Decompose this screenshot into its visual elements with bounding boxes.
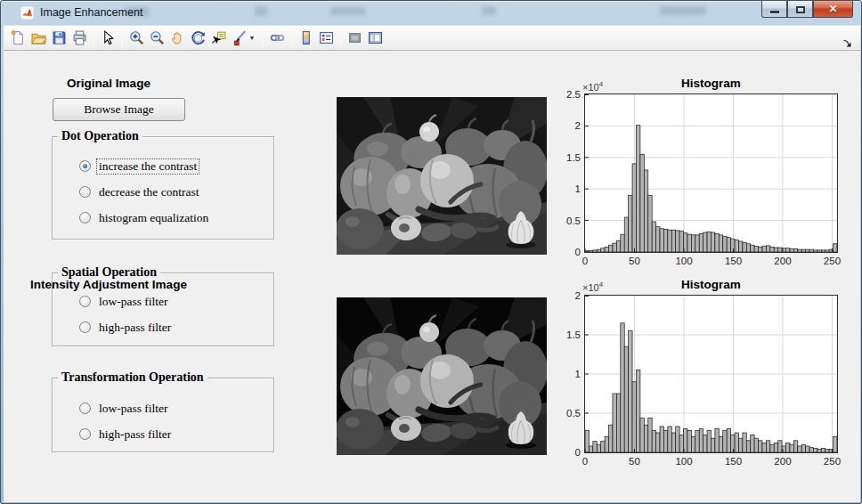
zoom-in-icon <box>129 30 144 45</box>
histogram-bar <box>821 250 825 252</box>
zoom-in-button[interactable] <box>126 28 147 48</box>
radio-button-icon[interactable] <box>79 296 91 307</box>
histogram-bar <box>727 429 730 452</box>
maximize-button[interactable] <box>787 1 813 18</box>
rotate-3d-button[interactable] <box>188 28 208 48</box>
toolbar-separator <box>94 29 94 47</box>
print-figure-button[interactable] <box>69 28 90 48</box>
y-tick-label: 1 <box>575 183 581 194</box>
x-tick-label: 250 <box>824 256 841 266</box>
histogram-bar <box>589 446 592 452</box>
radio-decrease-contrast[interactable]: decrease the contrast <box>79 184 200 199</box>
new-figure-button[interactable] <box>8 28 28 48</box>
titlebar-artifact <box>660 6 706 15</box>
histogram-bar <box>589 251 592 252</box>
zoom-out-icon <box>150 30 165 45</box>
minimize-button[interactable] <box>761 1 787 18</box>
histogram-bar <box>798 249 801 252</box>
histogram-bar <box>801 249 805 252</box>
close-button[interactable]: ✕ <box>813 1 853 18</box>
save-figure-button[interactable] <box>49 28 69 48</box>
histogram-bar <box>719 235 722 252</box>
radio-button-icon[interactable] <box>79 321 91 333</box>
data-cursor-button[interactable] <box>208 28 229 48</box>
window-title: Image Enhancement <box>40 6 142 19</box>
histogram-bar <box>691 436 695 452</box>
histogram-bar <box>624 217 628 252</box>
open-file-button[interactable] <box>28 28 49 48</box>
histogram-bar <box>735 433 738 452</box>
insert-legend-button[interactable] <box>316 28 337 48</box>
radio-transform-high-pass[interactable]: high-pass filter <box>79 427 173 442</box>
edit-plot-button[interactable] <box>98 28 118 48</box>
radio-button-icon[interactable] <box>79 160 91 172</box>
radio-transform-low-pass[interactable]: low-pass filter <box>79 401 170 416</box>
histogram-bar <box>687 430 691 452</box>
histogram-bar <box>743 242 746 252</box>
histogram-bar <box>656 433 660 452</box>
x-tick-label: 150 <box>725 256 742 266</box>
histogram-1-plot[interactable] <box>584 93 838 253</box>
histogram-bar <box>687 234 691 252</box>
histogram-bar <box>616 240 620 252</box>
y-tick-label: 0.5 <box>566 408 581 419</box>
pan-button[interactable] <box>167 28 188 48</box>
brush-dropdown-icon[interactable]: ▼ <box>249 35 256 41</box>
histogram-bar <box>663 230 667 252</box>
histogram-bar <box>774 443 777 452</box>
histogram-bar <box>738 438 742 452</box>
histogram-bar <box>735 240 738 252</box>
hide-plot-tools-button[interactable] <box>345 28 365 48</box>
show-plot-tools-button[interactable] <box>365 28 386 48</box>
link-chain-icon <box>270 30 285 45</box>
histogram-bar <box>585 430 589 452</box>
histogram-bar <box>813 449 817 452</box>
histogram-bar <box>786 443 790 452</box>
x-tick-label: 200 <box>774 256 791 266</box>
titlebar-artifact <box>255 6 267 16</box>
insert-colorbar-button[interactable] <box>296 28 316 48</box>
histogram-bar <box>597 444 600 452</box>
brush-icon <box>233 30 248 45</box>
titlebar-artifact <box>482 6 496 15</box>
radio-increase-contrast[interactable]: increase the contrast <box>79 159 199 174</box>
title-bar[interactable]: Image Enhancement ✕ <box>1 1 861 25</box>
x-tick-label: 200 <box>774 456 791 467</box>
histogram-bar <box>624 346 628 452</box>
zoom-out-button[interactable] <box>147 28 167 48</box>
rotate-3d-icon <box>191 30 206 45</box>
link-plot-button[interactable] <box>267 28 288 48</box>
radio-button-icon[interactable] <box>79 212 91 224</box>
radio-button-icon[interactable] <box>79 186 91 198</box>
histogram-bar <box>695 235 699 252</box>
hand-icon <box>170 30 185 45</box>
histogram-bar <box>644 425 647 452</box>
histogram-bar <box>699 233 703 252</box>
y-tick-label: 2 <box>575 120 581 131</box>
histogram-bar <box>632 382 636 452</box>
histogram-bar <box>712 232 715 252</box>
radio-spatial-high-pass[interactable]: high-pass filter <box>79 320 173 335</box>
histogram-bar <box>668 427 671 452</box>
histogram-bar <box>652 222 655 252</box>
browse-image-button[interactable]: Browse Image <box>53 98 185 121</box>
show-plot-tools-icon <box>368 30 383 45</box>
toolbar-overflow-icon[interactable] <box>842 36 852 45</box>
histogram-bar <box>715 233 719 252</box>
x-tick-label: 150 <box>725 456 742 467</box>
y-tick-label: 0 <box>575 447 581 458</box>
histogram-bar <box>723 236 727 252</box>
histogram-bar <box>648 418 652 452</box>
radio-spatial-low-pass[interactable]: low-pass filter <box>79 294 170 309</box>
histogram-bar <box>707 430 711 452</box>
histogram-bar <box>821 449 825 452</box>
radio-button-icon[interactable] <box>79 402 91 414</box>
radio-button-icon[interactable] <box>79 428 91 440</box>
histogram-bar <box>778 248 782 252</box>
printer-icon <box>72 30 87 45</box>
histogram-2-plot[interactable] <box>584 295 838 453</box>
brush-data-button[interactable]: ▼ <box>229 28 259 48</box>
radio-histogram-equalization[interactable]: histogram equalization <box>79 210 210 225</box>
histogram-bar <box>723 430 727 452</box>
toolbar-separator <box>291 29 292 47</box>
